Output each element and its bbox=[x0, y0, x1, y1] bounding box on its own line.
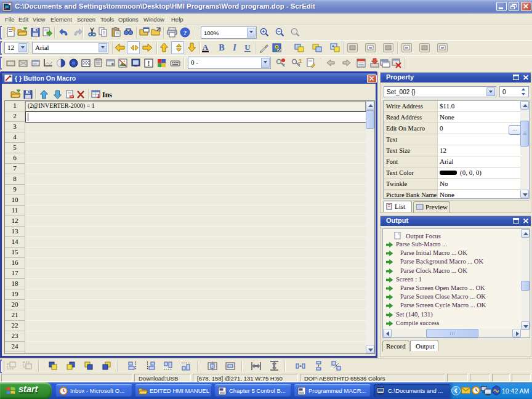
svg-text:U: U bbox=[244, 42, 251, 52]
svg-text:I: I bbox=[232, 43, 236, 52]
svg-text:A: A bbox=[203, 42, 209, 52]
svg-text:!: ! bbox=[148, 59, 150, 68]
svg-text:1: 1 bbox=[299, 58, 302, 64]
svg-text:B: B bbox=[219, 43, 224, 52]
svg-text:?: ? bbox=[183, 29, 187, 36]
